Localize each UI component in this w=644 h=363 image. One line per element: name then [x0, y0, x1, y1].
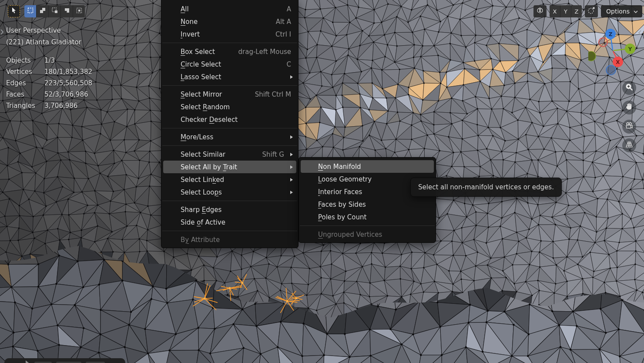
sidebar-toggle-chevron[interactable]: [638, 30, 642, 36]
menu-item-ungrouped-vertices: Ungrouped Vertices: [299, 228, 436, 241]
menu-item-box-select[interactable]: Box Selectdrag-Left Mouse: [161, 45, 298, 58]
stat-row-edges: Edges223/5,560,508: [6, 77, 92, 89]
select-mode-subtract-button[interactable]: [49, 5, 60, 17]
menu-item-non-manifold[interactable]: Non Manifold: [301, 160, 434, 173]
menu-item-side-of-active[interactable]: Side of Active: [161, 216, 298, 229]
mouse-cursor-icon: [25, 359, 30, 363]
gizmo-neg-z-ball[interactable]: [606, 65, 616, 75]
menu-item-label: Select Random: [181, 103, 230, 111]
menu-item-checker-deselect[interactable]: Checker Deselect: [161, 113, 298, 126]
menu-item-label: All: [181, 5, 189, 13]
navigation-gizmo[interactable]: Z Y X: [588, 25, 637, 78]
proportional-editing-button[interactable]: [585, 5, 598, 17]
menu-item-select-all-by-trait[interactable]: Select All by Trait: [163, 161, 296, 173]
menu-item-label: Lasso Select: [181, 73, 221, 81]
gizmo-neg-y-ball[interactable]: [588, 51, 596, 61]
menu-item-by-attribute: By Attribute: [161, 233, 298, 246]
view-perspective-label: User Perspective: [6, 25, 81, 37]
menu-item-select-loops[interactable]: Select Loops: [161, 186, 298, 198]
select-subtract-icon: [51, 7, 59, 16]
submenu-arrow-icon: [290, 165, 293, 169]
select-mode-invert-button[interactable]: [61, 5, 73, 17]
stat-row-triangles: Triangles3,706,986: [6, 100, 92, 111]
menu-item-faces-by-sides[interactable]: Faces by Sides: [299, 198, 436, 211]
pan-hand-button[interactable]: [622, 101, 636, 114]
menu-item-invert[interactable]: InvertCtrl I: [161, 28, 298, 40]
menu-separator: [162, 43, 297, 43]
menu-item-poles-by-count[interactable]: Poles by Count: [299, 211, 436, 223]
menu-item-circle-select[interactable]: Circle SelectC: [161, 58, 298, 71]
gizmo-neg-x-ball[interactable]: [599, 38, 607, 47]
options-dropdown[interactable]: Options: [601, 5, 642, 17]
menu-item-label: Select Similar: [181, 151, 225, 158]
menu-shortcut: Shift Ctrl M: [255, 91, 291, 98]
submenu-arrow-icon: [290, 75, 293, 79]
menu-item-label: More/Less: [181, 133, 213, 141]
menu-shortcut: Ctrl I: [275, 30, 291, 38]
menu-item-select-mirror[interactable]: Select MirrorShift Ctrl M: [161, 88, 298, 101]
select-mode-new-button[interactable]: [24, 5, 36, 17]
menu-item-label: Poles by Count: [318, 213, 366, 221]
cursor-arrow-icon: [10, 7, 18, 16]
select-new-icon: [27, 7, 34, 16]
menu-shortcut: drag-Left Mouse: [238, 48, 291, 56]
mirror-axis-z-button[interactable]: Z: [571, 5, 582, 17]
tweak-tool-button[interactable]: [8, 5, 20, 17]
gizmo-y-label: Y: [628, 46, 632, 52]
menu-item-label: Select Mirror: [181, 91, 222, 98]
gizmo-z-label: Z: [609, 31, 613, 37]
menu-item-lasso-select[interactable]: Lasso Select: [161, 71, 298, 83]
select-intersect-icon: [75, 7, 83, 16]
select-menu: AllANoneAlt AInvertCtrl IBox Selectdrag-…: [161, 0, 299, 248]
menu-item-all[interactable]: AllA: [161, 3, 298, 15]
select-invert-icon: [63, 7, 71, 16]
submenu-arrow-icon: [290, 191, 293, 194]
menu-item-more-less[interactable]: More/Less: [161, 131, 298, 143]
menu-item-label: Interior Faces: [318, 188, 362, 196]
menu-item-label: Box Select: [181, 48, 215, 56]
menu-item-select-random[interactable]: Select Random: [161, 101, 298, 113]
orthographic-grid-button[interactable]: [622, 138, 636, 152]
menu-item-label: Loose Geometry: [318, 175, 372, 183]
menu-shortcut: Alt A: [276, 18, 291, 26]
stat-row-objects: Objects1/3: [6, 55, 92, 66]
select-mode-extend-button[interactable]: [37, 5, 48, 17]
select-extend-icon: [39, 7, 47, 16]
toolbar-toggle-chevron[interactable]: [0, 29, 4, 35]
mirror-axis-x-button[interactable]: X: [550, 5, 560, 17]
menu-shortcut: Shift G: [262, 151, 285, 158]
submenu-arrow-icon: [290, 153, 293, 156]
menu-item-label: Select All by Trait: [181, 163, 237, 171]
chevron-down-icon: [634, 8, 638, 15]
proportional-editing-icon: [587, 6, 596, 17]
menu-item-select-similar[interactable]: Select SimilarShift G: [161, 148, 298, 161]
mirror-butterfly-icon: [536, 7, 544, 17]
gizmo-x-label: X: [616, 59, 620, 65]
menu-separator: [300, 225, 435, 226]
menu-item-select-linked[interactable]: Select Linked: [161, 173, 298, 186]
mirror-axis-y-button[interactable]: Y: [560, 5, 571, 17]
camera-icon: [625, 121, 634, 132]
menu-item-none[interactable]: NoneAlt A: [161, 15, 298, 28]
zoom-button[interactable]: [622, 81, 636, 95]
menu-separator: [162, 201, 297, 201]
menu-separator: [162, 85, 297, 86]
menu-separator: [162, 128, 297, 128]
menu-item-sharp-edges[interactable]: Sharp Edges: [161, 203, 298, 216]
blender-viewport: User Perspective (221) Atlanta Gladiator…: [0, 0, 644, 363]
statistics-overlay: Objects1/3 Vertices180/1,853,382 Edges22…: [6, 55, 92, 111]
menu-item-label: Invert: [181, 30, 200, 38]
select-mode-intersect-button[interactable]: [73, 5, 85, 17]
menu-item-label: Select Loops: [181, 188, 222, 196]
submenu-arrow-icon: [290, 135, 293, 139]
statusbar-keymap-hint: [4, 358, 125, 363]
menu-shortcut: A: [287, 5, 291, 13]
menu-item-label: Checker Deselect: [181, 116, 238, 124]
mirror-toggle-button[interactable]: [533, 5, 547, 17]
select-mode-group: [24, 5, 85, 17]
menu-item-label: Non Manifold: [318, 163, 361, 171]
menu-item-label: Circle Select: [181, 60, 221, 68]
camera-view-button[interactable]: [622, 120, 636, 134]
menu-item-label: Sharp Edges: [181, 206, 221, 214]
magnifier-plus-icon: [625, 83, 634, 93]
